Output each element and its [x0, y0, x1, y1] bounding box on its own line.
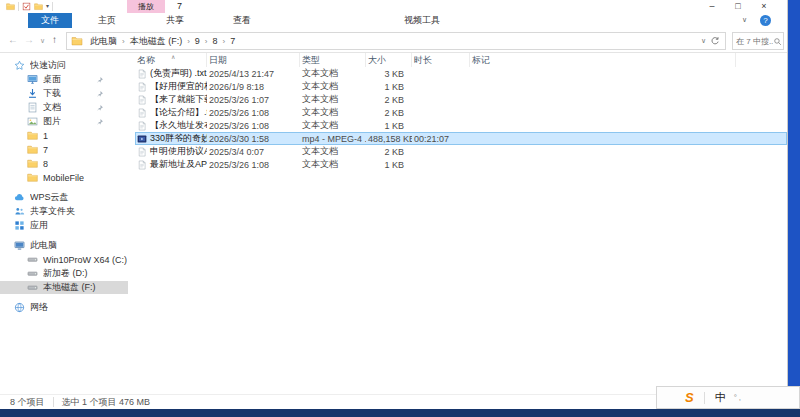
sidebar-item-14[interactable]: 新加卷 (D:)	[0, 267, 128, 280]
column-header-date[interactable]: 日期	[207, 53, 300, 67]
refresh-icon[interactable]	[710, 36, 720, 46]
screen: ▾ 播放 7 – □ × 文件 主页 共享 查看 视频工具 ∨ ? ← → ∨ …	[0, 0, 800, 417]
forward-button[interactable]: →	[24, 34, 34, 45]
sidebar-item-15[interactable]: 本地磁盘 (F:)	[0, 281, 128, 294]
breadcrumb-item[interactable]: 8	[211, 36, 220, 46]
text-file-icon	[137, 82, 147, 92]
sidebar-item-10[interactable]: 共享文件夹	[0, 205, 128, 218]
sidebar-item-9[interactable]: WPS云盘	[0, 191, 128, 204]
file-name-label: 【来了就能下载和...	[150, 93, 207, 106]
breadcrumb-item[interactable]: 7	[228, 36, 237, 46]
main-area: 快速访问 桌面 下载 文档 图片 1 7 8 MobileFile WPS云盘	[0, 53, 787, 394]
sidebar-item-label: 文档	[43, 101, 61, 114]
column-header-name[interactable]: ∧ 名称	[135, 53, 207, 67]
chevron-down-icon[interactable]: ▾	[46, 2, 49, 11]
file-row[interactable]: 【好用便宜的梯子... 2026/1/9 8:18 文本文档 1 KB	[135, 80, 787, 93]
checkbox-icon[interactable]	[22, 2, 31, 11]
maximize-button[interactable]: □	[725, 0, 751, 13]
file-row[interactable]: 【论坛介绍】.txt 2025/3/26 1:08 文本文档 2 KB	[135, 106, 787, 119]
cloud-icon	[14, 192, 25, 203]
ime-toolbar: S 中 °,	[656, 386, 800, 409]
file-duration: 00:21:07	[412, 134, 470, 144]
search-input[interactable]	[736, 37, 773, 46]
file-date: 2025/3/4 0:07	[207, 147, 300, 157]
file-date: 2025/4/13 21:47	[207, 69, 300, 79]
file-rows: (免责声明) .txt 2025/4/13 21:47 文本文档 3 KB 【好…	[135, 67, 787, 171]
breadcrumb-item[interactable]: 此电脑	[88, 35, 119, 48]
sidebar-item-label: 图片	[43, 115, 61, 128]
toolbar-separator	[52, 2, 53, 11]
folder-icon	[27, 130, 38, 141]
sidebar-item-label: 7	[43, 145, 48, 155]
file-row[interactable]: 最新地址及APP请... 2025/3/26 1:08 文本文档 1 KB	[135, 158, 787, 171]
search-box	[732, 32, 784, 50]
sidebar-item-5[interactable]: 1	[0, 129, 128, 142]
folder-icon[interactable]	[34, 2, 43, 11]
tab-home[interactable]: 主页	[98, 13, 116, 28]
sidebar-item-7[interactable]: 8	[0, 157, 128, 170]
recent-locations-chevron-icon[interactable]: ∨	[40, 37, 45, 45]
file-row[interactable]: 【来了就能下载和... 2025/3/26 1:07 文本文档 2 KB	[135, 93, 787, 106]
toolbar-separator	[704, 392, 705, 404]
column-header-tags[interactable]: 标记	[470, 53, 736, 67]
sidebar-item-11[interactable]: 应用	[0, 219, 128, 232]
caption-buttons: – □ ×	[699, 0, 777, 13]
tab-view[interactable]: 查看	[233, 13, 251, 28]
close-button[interactable]: ×	[751, 0, 777, 13]
sort-indicator: ∧	[171, 53, 175, 64]
sidebar-item-13[interactable]: Win10ProW X64 (C:)	[0, 253, 128, 266]
folder-icon[interactable]	[6, 2, 15, 11]
desktop-icon	[27, 74, 38, 85]
sidebar-item-label: 本地磁盘 (F:)	[43, 281, 96, 294]
column-header-duration[interactable]: 时长	[412, 53, 470, 67]
sidebar-item-label: WPS云盘	[30, 191, 69, 204]
breadcrumb-item[interactable]: 9	[193, 36, 202, 46]
sidebar-item-4[interactable]: 图片	[0, 115, 128, 128]
file-row[interactable]: 330胖爷的奇妙之旅... 2026/3/30 1:58 mp4 - MPEG-…	[135, 132, 787, 145]
back-button[interactable]: ←	[8, 34, 18, 45]
address-bar[interactable]: 此电脑›本地磁盘 (F:)›9›8›7 ∨	[66, 32, 726, 50]
help-icon[interactable]: ?	[760, 15, 771, 26]
tab-share[interactable]: 共享	[166, 13, 184, 28]
up-button[interactable]: ↑	[52, 34, 57, 45]
sidebar-item-8[interactable]: MobileFile	[0, 171, 128, 184]
file-row[interactable]: (免责声明) .txt 2025/4/13 21:47 文本文档 3 KB	[135, 67, 787, 80]
file-row[interactable]: 【永久地址发布页... 2025/3/26 1:08 文本文档 1 KB	[135, 119, 787, 132]
sidebar-item-label: 8	[43, 159, 48, 169]
file-date: 2025/3/26 1:08	[207, 108, 300, 118]
sidebar-item-3[interactable]: 文档	[0, 101, 128, 114]
file-name: 最新地址及APP请...	[135, 158, 207, 171]
sidebar-item-label: 1	[43, 131, 48, 141]
file-row[interactable]: 申明使用协议Affir... 2025/3/4 0:07 文本文档 2 KB	[135, 145, 787, 158]
file-type: 文本文档	[300, 80, 366, 93]
folder-icon	[27, 144, 38, 155]
file-name-label: 【永久地址发布页...	[150, 119, 207, 132]
text-file-icon	[137, 108, 147, 118]
file-menu-button[interactable]: 文件	[28, 13, 72, 28]
sidebar-item-12[interactable]: 此电脑	[0, 239, 128, 252]
sidebar-item-2[interactable]: 下载	[0, 87, 128, 100]
ime-logo[interactable]: S	[685, 390, 694, 405]
sidebar-item-label: MobileFile	[43, 173, 84, 183]
tab-video-tools[interactable]: 视频工具	[404, 13, 440, 28]
file-name: 【好用便宜的梯子...	[135, 80, 207, 93]
sidebar-item-0[interactable]: 快速访问	[0, 59, 128, 72]
contextual-tab-group[interactable]: 播放	[127, 0, 165, 13]
column-header-type[interactable]: 类型	[300, 53, 366, 67]
address-dropdown-icon[interactable]: ∨	[697, 37, 710, 45]
column-headers: ∧ 名称 日期 类型 大小 时长 标记	[135, 53, 787, 67]
sidebar-item-1[interactable]: 桌面	[0, 73, 128, 86]
sidebar-item-6[interactable]: 7	[0, 143, 128, 156]
ime-tools[interactable]: °,	[734, 393, 743, 402]
file-name: 【论坛介绍】.txt	[135, 106, 207, 119]
minimize-button[interactable]: –	[699, 0, 725, 13]
location-folder-icon	[71, 36, 83, 46]
pin-icon	[96, 76, 104, 84]
file-name-label: 【好用便宜的梯子...	[150, 80, 207, 93]
breadcrumb-item[interactable]: 本地磁盘 (F:)	[128, 35, 185, 48]
column-header-size[interactable]: 大小	[366, 53, 412, 67]
ribbon-collapse-icon[interactable]: ∨	[742, 16, 747, 24]
desktop-background	[788, 0, 800, 409]
sidebar-item-16[interactable]: 网络	[0, 301, 128, 314]
ime-language-mode[interactable]: 中	[715, 390, 726, 405]
